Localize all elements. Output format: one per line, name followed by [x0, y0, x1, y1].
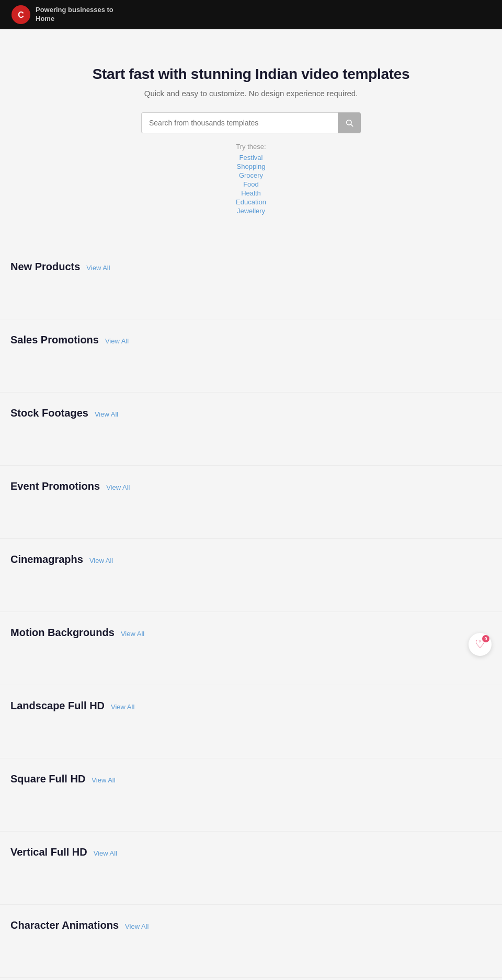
- hero-subtitle: Quick and easy to customize. No design e…: [10, 89, 492, 98]
- suggestion-link[interactable]: Jewellery: [237, 207, 265, 215]
- try-these-label: Try these:: [10, 143, 492, 151]
- content-section: Sales Promotions View All: [0, 319, 502, 393]
- section-content: [10, 277, 492, 308]
- content-section: New Products View All: [0, 246, 502, 319]
- section-header: Stock Footages View All: [10, 407, 492, 419]
- section-title: Vertical Full HD: [10, 846, 87, 858]
- svg-text:C: C: [18, 10, 24, 19]
- content-section: Square Full HD View All: [0, 758, 502, 832]
- section-title: Character Animations: [10, 919, 119, 931]
- view-all-link[interactable]: View All: [125, 923, 149, 930]
- section-header: Sales Promotions View All: [10, 334, 492, 346]
- view-all-link[interactable]: View All: [86, 264, 110, 272]
- brand-logo: C: [10, 4, 31, 25]
- view-all-link[interactable]: View All: [89, 557, 113, 564]
- suggestion-link[interactable]: Food: [243, 180, 259, 188]
- view-all-link[interactable]: View All: [111, 703, 134, 711]
- section-header: Character Animations View All: [10, 919, 492, 931]
- search-input[interactable]: [141, 112, 338, 133]
- wishlist-badge: 0: [482, 635, 489, 642]
- content-section: Cinemagraphs View All: [0, 539, 502, 612]
- svg-line-3: [351, 124, 353, 126]
- search-button[interactable]: [338, 112, 361, 133]
- suggestion-link[interactable]: Education: [236, 198, 266, 206]
- section-content: [10, 350, 492, 382]
- content-section: Landscape Full HD View All: [0, 685, 502, 758]
- spacer: [0, 978, 502, 980]
- view-all-link[interactable]: View All: [105, 337, 129, 345]
- section-content: [10, 716, 492, 747]
- section-content: [10, 789, 492, 821]
- section-header: Cinemagraphs View All: [10, 554, 492, 566]
- sections-container: New Products View All Sales Promotions V…: [0, 246, 502, 978]
- section-header: Motion Backgrounds View All: [10, 627, 492, 639]
- navbar: C Powering businesses to Home: [0, 0, 502, 29]
- content-section: Stock Footages View All: [0, 393, 502, 466]
- wishlist-button[interactable]: ♡ 0: [469, 633, 492, 656]
- section-content: [10, 643, 492, 674]
- hero-title: Start fast with stunning Indian video te…: [10, 66, 492, 83]
- suggestion-link[interactable]: Grocery: [239, 171, 263, 179]
- section-header: Landscape Full HD View All: [10, 700, 492, 712]
- content-section: Character Animations View All: [0, 905, 502, 978]
- section-header: Vertical Full HD View All: [10, 846, 492, 858]
- view-all-link[interactable]: View All: [95, 410, 118, 418]
- content-section: Motion Backgrounds View All: [0, 612, 502, 685]
- section-header: Event Promotions View All: [10, 480, 492, 492]
- section-header: New Products View All: [10, 261, 492, 273]
- section-content: [10, 936, 492, 967]
- suggestion-link[interactable]: Shopping: [237, 163, 266, 170]
- section-title: Motion Backgrounds: [10, 627, 115, 639]
- suggestion-link[interactable]: Health: [241, 189, 261, 197]
- section-title: Sales Promotions: [10, 334, 99, 346]
- section-header: Square Full HD View All: [10, 773, 492, 785]
- section-title: Cinemagraphs: [10, 554, 83, 566]
- content-section: Event Promotions View All: [0, 466, 502, 539]
- view-all-link[interactable]: View All: [121, 630, 144, 638]
- section-content: [10, 862, 492, 894]
- navbar-tagline: Powering businesses to Home: [36, 6, 113, 24]
- section-content: [10, 423, 492, 455]
- section-content: [10, 497, 492, 528]
- search-icon: [345, 119, 353, 127]
- section-content: [10, 570, 492, 601]
- section-title: New Products: [10, 261, 80, 273]
- section-title: Event Promotions: [10, 480, 100, 492]
- view-all-link[interactable]: View All: [92, 776, 115, 784]
- suggestions-list: FestivalShoppingGroceryFoodHealthEducati…: [10, 154, 492, 215]
- content-section: Vertical Full HD View All: [0, 832, 502, 905]
- view-all-link[interactable]: View All: [94, 849, 117, 857]
- logo-area[interactable]: C Powering businesses to Home: [10, 4, 113, 25]
- hero-section: Start fast with stunning Indian video te…: [0, 29, 502, 246]
- section-title: Landscape Full HD: [10, 700, 105, 712]
- search-bar: [141, 112, 361, 133]
- section-title: Square Full HD: [10, 773, 85, 785]
- section-title: Stock Footages: [10, 407, 88, 419]
- suggestion-link[interactable]: Festival: [239, 154, 263, 162]
- view-all-link[interactable]: View All: [106, 483, 130, 491]
